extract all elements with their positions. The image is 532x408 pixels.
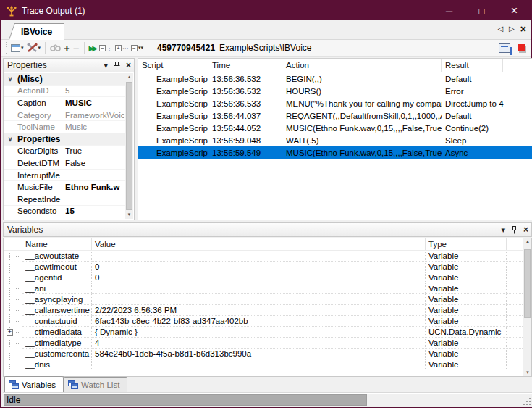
bottom-tab-variables[interactable]: Variables: [4, 376, 64, 392]
collapse-all-button[interactable]: −▾▾: [130, 41, 145, 55]
chevron-down-icon[interactable]: ∨: [4, 136, 17, 143]
panel-menu-icon[interactable]: ▾: [501, 226, 505, 233]
property-row[interactable]: CategoryFramework\Voic: [4, 109, 125, 122]
column-header-type[interactable]: Type: [426, 238, 507, 250]
scroll-down-icon[interactable]: ▼: [523, 370, 532, 375]
tab-close-icon[interactable]: ×: [520, 25, 526, 33]
property-row[interactable]: RepeatInde: [4, 193, 125, 206]
variable-row[interactable]: __acwtimeout0Variable: [4, 262, 531, 272]
bottom-tab-watch-list[interactable]: Watch List: [64, 377, 127, 392]
trace-row[interactable]: ExampleScript13:56:44.052MUSIC(Ethno Fun…: [138, 122, 532, 134]
tree-connector: [4, 359, 22, 370]
variables-scrollbar[interactable]: ▲ ▼: [523, 238, 531, 376]
trace-row[interactable]: ExampleScript13:56:36.532BEGIN(,,)Defaul…: [138, 72, 532, 85]
variable-row[interactable]: __ctimediatype4Variable: [4, 338, 531, 349]
close-button[interactable]: ×: [498, 1, 531, 20]
column-header-script[interactable]: Script: [138, 59, 208, 72]
property-value[interactable]: Music: [62, 122, 125, 131]
property-value[interactable]: 0: [62, 219, 125, 220]
properties-panel-header: Properties ▾ ×: [3, 58, 135, 72]
property-row[interactable]: DetectDTMFalse: [4, 157, 125, 170]
trace-row[interactable]: ExampleScript13:56:36.532HOURS()Error: [138, 85, 532, 97]
property-category-row[interactable]: ∨(Misc): [4, 73, 125, 86]
variable-row[interactable]: __acwoutstateVariable: [4, 251, 531, 262]
icon-layer: [71, 383, 78, 389]
scrollbar-thumb[interactable]: [524, 249, 531, 318]
variable-row[interactable]: __agentid0Variable: [4, 272, 531, 283]
view-log-button[interactable]: [499, 43, 510, 53]
variable-row[interactable]: __aniVariable: [4, 283, 531, 294]
collapse-tree-button[interactable]: −⋮: [98, 41, 114, 55]
scroll-down-icon[interactable]: ▼: [125, 211, 133, 219]
icon-layer: [12, 383, 19, 389]
property-value[interactable]: True: [62, 146, 125, 155]
chevron-down-icon[interactable]: ∨: [4, 75, 17, 83]
pin-icon[interactable]: [511, 226, 518, 234]
column-header-result[interactable]: Result: [442, 59, 503, 72]
trace-cell-result: Sleep: [442, 136, 532, 145]
tree-line: [9, 343, 19, 344]
property-value[interactable]: Ethno Funk.w: [62, 183, 125, 191]
variable-row[interactable]: __customerconta584e24b0-1deb-4f5a-b8d1-b…: [4, 349, 531, 359]
tab-scroll-right-icon[interactable]: ▷: [509, 25, 515, 33]
add-button[interactable]: +: [62, 41, 72, 55]
resume-button[interactable]: ▶▶: [88, 41, 98, 55]
property-value[interactable]: 15: [62, 207, 125, 215]
column-header-name[interactable]: Name: [22, 238, 92, 250]
find-button[interactable]: [48, 41, 62, 55]
property-row[interactable]: ActionID5: [4, 86, 125, 98]
trace-row[interactable]: ExampleScript13:56:59.048WAIT(.5)Sleep: [138, 134, 532, 146]
tools-button[interactable]: ▾: [25, 41, 43, 55]
tab-ibvoice-label: IBVoice: [9, 24, 64, 40]
property-value[interactable]: False: [62, 159, 125, 167]
grid-table-icon: [68, 380, 78, 389]
properties-scrollbar[interactable]: ▲ ▼: [125, 73, 133, 219]
column-header-action[interactable]: Action: [282, 59, 442, 72]
variable-row[interactable]: __asyncplayingVariable: [4, 294, 531, 305]
trace-row[interactable]: ExampleScript13:56:36.533MENU("%Thank yo…: [138, 97, 532, 109]
property-value[interactable]: 5: [62, 86, 125, 95]
panel-menu-icon[interactable]: ▾: [104, 62, 108, 69]
variable-row[interactable]: __contactuuid6fac143b-c8ec-4b22-bf83-ad3…: [4, 316, 531, 327]
window-layout-button[interactable]: ▾: [9, 41, 25, 55]
property-row[interactable]: InterruptMe: [4, 170, 125, 182]
scrollbar-thumb[interactable]: [126, 82, 132, 210]
stop-trace-button[interactable]: [518, 44, 525, 51]
variable-row[interactable]: __callanswertime2/22/2023 6:56:36 PMVari…: [4, 305, 531, 316]
property-row[interactable]: Secondsto15: [4, 206, 125, 218]
property-row[interactable]: ToolNameMusic: [4, 121, 125, 133]
property-value[interactable]: MUSIC: [62, 99, 125, 107]
trace-row[interactable]: ExampleScript13:56:44.037REQAGENT(,,Defa…: [138, 109, 532, 122]
maximize-button[interactable]: □: [465, 1, 498, 20]
property-row[interactable]: MusicFileEthno Funk.w: [4, 181, 125, 193]
resize-grip[interactable]: [523, 398, 531, 405]
variable-row[interactable]: __dnisVariable: [4, 359, 531, 370]
property-name: DetectDTM: [17, 159, 62, 167]
property-row[interactable]: StartOffset0: [4, 217, 125, 220]
property-row[interactable]: ClearDigitsTrue: [4, 146, 125, 158]
scroll-up-icon[interactable]: ▲: [523, 239, 532, 243]
panel-close-icon[interactable]: ×: [523, 226, 528, 233]
variables-panel: Variables ▾ × Name Value Type __acwoutst…: [3, 220, 532, 377]
expand-icon[interactable]: +: [7, 329, 13, 336]
trace-cell-time: 13:56:44.052: [208, 124, 282, 133]
tab-ibvoice[interactable]: IBVoice: [9, 23, 64, 40]
property-category-row[interactable]: ∨Properties: [4, 133, 125, 146]
tools-icon: [27, 43, 38, 53]
pin-icon[interactable]: [114, 62, 120, 70]
property-row[interactable]: CaptionMUSIC: [4, 97, 125, 109]
trace-row[interactable]: ExampleScript13:56:59.549MUSIC(Ethno Fun…: [138, 146, 532, 159]
column-header-time[interactable]: Time: [208, 59, 282, 72]
tab-scroll-left-icon[interactable]: ◁: [497, 25, 503, 33]
expand-tree-button[interactable]: +⋯: [114, 41, 130, 55]
toolbar-grip[interactable]: [4, 42, 8, 54]
minimize-button[interactable]: ─: [433, 1, 465, 20]
column-header-value[interactable]: Value: [92, 238, 426, 250]
window-title: Trace Output (1): [22, 6, 433, 16]
remove-button[interactable]: −: [72, 41, 81, 55]
tree-line: [9, 365, 19, 365]
variable-row[interactable]: +__ctimediadata{ Dynamic }UCN.Data.Dynam…: [4, 327, 531, 338]
panel-close-icon[interactable]: ×: [126, 62, 131, 69]
property-value[interactable]: Framework\Voic: [62, 111, 125, 120]
scroll-up-icon[interactable]: ▲: [125, 73, 133, 81]
